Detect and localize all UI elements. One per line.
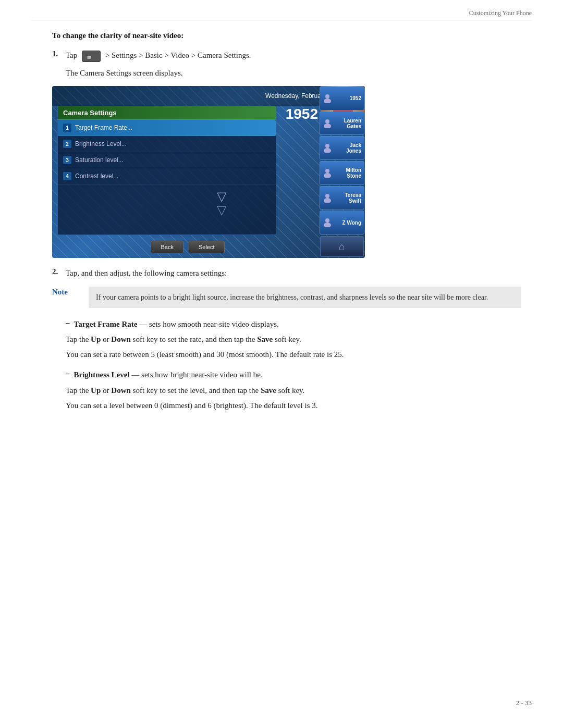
- contact-label-jack: Jack Jones: [334, 142, 361, 154]
- bullet-item-2: – Brightness Level — sets how bright nea…: [66, 369, 521, 412]
- step-1-number: 1.: [52, 50, 62, 58]
- bullet-body-2b: You can set a level between 0 (dimmest) …: [66, 399, 521, 412]
- phone-screenshot: Wednesday, February 4 1:30 PM 1952 Camer…: [52, 86, 365, 258]
- svg-point-5: [325, 119, 329, 124]
- bullet-dash-label-2: —: [130, 371, 142, 379]
- svg-point-8: [324, 148, 331, 153]
- bullet-row-2: – Brightness Level — sets how bright nea…: [66, 369, 521, 381]
- menu-item-num-3: 3: [63, 156, 71, 164]
- bullet-text-2: Brightness Level — sets how bright near-…: [74, 369, 263, 381]
- step-1-body: The Camera Settings screen displays.: [66, 67, 521, 79]
- svg-point-12: [324, 198, 331, 203]
- contact-btn-milton[interactable]: Milton Stone: [320, 161, 364, 185]
- contact-btn-1952[interactable]: 1952: [320, 87, 364, 110]
- bullet-item-1: – Target Frame Rate — sets how smooth ne…: [66, 318, 521, 361]
- note-box: If your camera points to a bright light …: [89, 287, 521, 308]
- home-button[interactable]: ⌂: [320, 236, 364, 257]
- contact-icon-teresa: [323, 193, 332, 203]
- contact-icon-1952: [323, 94, 332, 103]
- menu-item-4[interactable]: 4 Contrast level...: [58, 168, 276, 184]
- softkeys: Back Select: [57, 236, 318, 258]
- menu-item-2[interactable]: 2 Brightness Level...: [58, 136, 276, 152]
- bullet-body-2a: Tap the Up or Down soft key to set the l…: [66, 384, 521, 397]
- back-button[interactable]: Back: [151, 241, 183, 253]
- svg-point-7: [325, 144, 329, 148]
- contact-icon-milton: [323, 168, 332, 178]
- contact-icon-jack: [323, 143, 332, 153]
- step-path: > Settings > Basic > Video > Camera Sett…: [105, 51, 251, 59]
- svg-point-4: [324, 98, 331, 103]
- step-1: 1. Tap > Settings > Basic > Video > Came…: [52, 50, 521, 62]
- bullet-term-2: Brightness Level: [74, 371, 130, 379]
- step-2: 2. Tap, and then adjust, the following c…: [52, 267, 521, 279]
- menu-item-label-2: Brightness Level...: [75, 140, 127, 147]
- svg-point-3: [325, 94, 329, 98]
- contact-label-teresa: Teresa Swift: [334, 192, 361, 204]
- bullet-def-1: sets how smooth near-site video displays…: [149, 320, 279, 328]
- svg-point-10: [324, 173, 331, 178]
- camera-panel: Camera Settings 1 Target Frame Rate... 2…: [57, 106, 276, 235]
- contact-label-milton: Milton Stone: [334, 167, 361, 179]
- svg-point-11: [325, 194, 329, 198]
- bullet-section: – Target Frame Rate — sets how smooth ne…: [66, 318, 521, 412]
- svg-point-6: [324, 124, 331, 128]
- menu-item-label-3: Saturation level...: [75, 156, 124, 164]
- contact-icon-lauren: [323, 119, 332, 128]
- home-icon: ⌂: [339, 241, 345, 253]
- contact-icon-zwong: [323, 218, 332, 227]
- select-button[interactable]: Select: [189, 241, 225, 253]
- menu-item-num-4: 4: [63, 172, 71, 180]
- step-2-content: Tap, and then adjust, the following came…: [66, 267, 227, 279]
- note-container: Note If your camera points to a bright l…: [52, 287, 521, 308]
- step-2-number: 2.: [52, 267, 62, 276]
- section-heading: To change the clarity of near-site video…: [52, 31, 521, 40]
- bullet-body-1b: You can set a rate between 5 (least smoo…: [66, 348, 521, 361]
- menu-item-3[interactable]: 3 Saturation level...: [58, 152, 276, 168]
- phone-extension: 1952: [286, 106, 318, 122]
- menu-item-num-1: 1: [63, 124, 71, 132]
- menu-icon: [82, 51, 101, 62]
- contact-label-lauren: Lauren Gates: [334, 118, 361, 129]
- menu-item-label-1: Target Frame Rate...: [75, 124, 132, 131]
- bullet-body-1a: Tap the Up or Down soft key to set the r…: [66, 333, 521, 346]
- bullet-text-1: Target Frame Rate — sets how smooth near…: [74, 318, 279, 330]
- bullet-dash-label-1: —: [137, 320, 149, 328]
- svg-point-14: [324, 223, 331, 227]
- tap-label: Tap: [66, 51, 77, 59]
- menu-item-1[interactable]: 1 Target Frame Rate...: [58, 120, 276, 136]
- menu-item-num-2: 2: [63, 140, 71, 148]
- contact-btn-teresa[interactable]: Teresa Swift: [320, 186, 364, 210]
- bullet-term-1: Target Frame Rate: [74, 320, 138, 328]
- chapter-title: Customizing Your Phone: [469, 9, 532, 17]
- contact-label-1952: 1952: [334, 95, 361, 101]
- header-rule: [31, 20, 532, 20]
- bullet-def-2: sets how bright near-site video will be.: [141, 371, 263, 379]
- contact-list: 1952 Lauren Gates Jack Jones: [319, 86, 365, 235]
- bullet-dash-1: –: [66, 318, 70, 327]
- svg-point-13: [325, 218, 329, 223]
- contact-label-zwong: Z Wong: [334, 220, 361, 226]
- svg-point-9: [325, 169, 329, 173]
- scroll-indicator: ▽ ▽: [217, 190, 226, 217]
- camera-panel-title: Camera Settings: [58, 106, 276, 120]
- menu-item-label-4: Contrast level...: [75, 172, 118, 180]
- page-footer: 2 - 33: [516, 699, 532, 707]
- step-1-content: Tap > Settings > Basic > Video > Camera …: [66, 50, 251, 62]
- contact-btn-lauren[interactable]: Lauren Gates: [320, 112, 364, 135]
- bullet-row-1: – Target Frame Rate — sets how smooth ne…: [66, 318, 521, 330]
- phone-topbar: Wednesday, February 4 1:30 PM: [52, 86, 365, 106]
- main-content: To change the clarity of near-site video…: [52, 31, 521, 420]
- contact-btn-zwong[interactable]: Z Wong: [320, 211, 364, 235]
- note-label: Note: [52, 287, 83, 297]
- contact-btn-jack[interactable]: Jack Jones: [320, 136, 364, 160]
- bullet-dash-2: –: [66, 369, 70, 378]
